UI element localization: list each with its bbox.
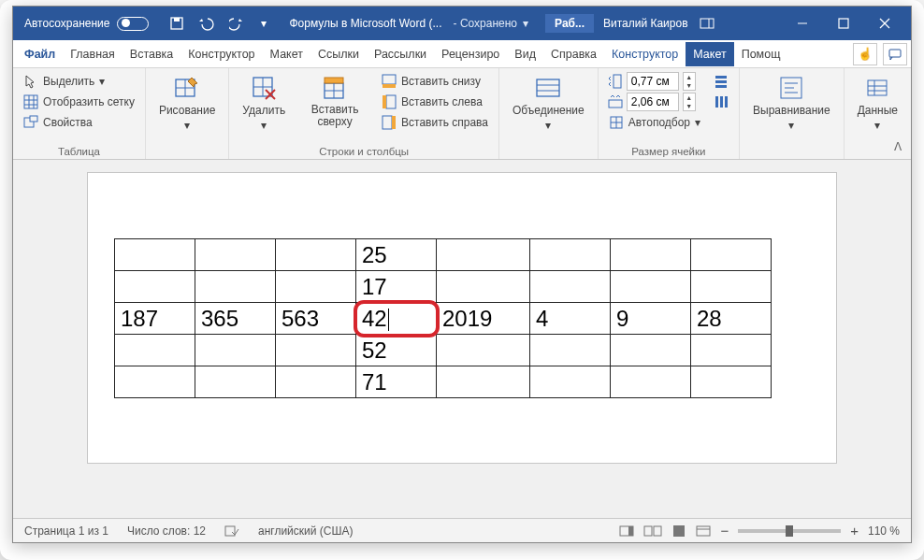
table-cell[interactable] (530, 271, 611, 303)
undo-icon[interactable] (197, 16, 216, 31)
table-cell[interactable]: 2019 (437, 303, 530, 335)
collapse-ribbon-icon[interactable]: ᐱ (894, 140, 902, 153)
table-cell[interactable] (276, 366, 356, 398)
table-cell[interactable] (115, 366, 195, 398)
autosave-toggle[interactable] (117, 17, 149, 31)
draw-button[interactable]: Рисование▾ (155, 72, 219, 134)
table-cell[interactable]: 42 (356, 303, 437, 335)
table-cell[interactable]: 25 (356, 239, 437, 271)
word-table[interactable]: 251718736556342201949285271 (114, 238, 772, 398)
spellcheck-icon[interactable] (224, 524, 239, 538)
table-cell[interactable] (195, 335, 276, 366)
col-width-input[interactable] (627, 93, 679, 111)
menu-table-design[interactable]: Конструктор (604, 42, 686, 66)
filename-tab[interactable]: Раб... (545, 14, 594, 33)
table-cell[interactable]: 28 (691, 303, 772, 335)
table-cell[interactable] (115, 271, 195, 303)
table-cell[interactable]: 365 (195, 303, 276, 335)
status-language[interactable]: английский (США) (258, 524, 353, 538)
maximize-button[interactable] (823, 7, 864, 40)
table-cell[interactable] (437, 366, 530, 398)
table-cell[interactable] (691, 239, 772, 271)
table-cell[interactable] (530, 335, 611, 366)
menu-table-layout[interactable]: Макет (686, 42, 733, 66)
table-cell[interactable] (530, 239, 611, 271)
row-height-control[interactable]: ▲▼ (608, 72, 701, 91)
comments-button[interactable] (883, 43, 907, 65)
title-dropdown-icon[interactable]: ▾ (523, 17, 528, 30)
table-cell[interactable] (276, 239, 356, 271)
zoom-out-button[interactable]: − (720, 523, 729, 538)
qat-dropdown-icon[interactable]: ▾ (261, 17, 267, 30)
merge-button[interactable]: Объединение▾ (509, 72, 588, 134)
close-button[interactable] (864, 7, 905, 40)
col-width-control[interactable]: ▲▼ (608, 93, 701, 111)
zoom-slider[interactable] (738, 529, 841, 533)
menu-review[interactable]: Рецензиро (434, 42, 507, 66)
table-cell[interactable] (115, 239, 195, 271)
distribute-rows-button[interactable] (713, 72, 729, 91)
table-cell[interactable] (611, 335, 691, 366)
focus-mode-icon[interactable] (619, 524, 634, 538)
gridlines-button[interactable]: Отобразить сетку (22, 93, 136, 111)
table-cell[interactable] (195, 239, 276, 271)
status-page[interactable]: Страница 1 из 1 (24, 524, 108, 538)
row-height-input[interactable] (627, 72, 679, 91)
data-button[interactable]: Данные▾ (854, 72, 902, 134)
menu-mailings[interactable]: Рассылки (367, 42, 434, 66)
table-cell[interactable] (195, 271, 276, 303)
table-cell[interactable] (691, 335, 772, 366)
table-cell[interactable] (195, 366, 276, 398)
table-cell[interactable] (691, 271, 772, 303)
page[interactable]: 251718736556342201949285271 (88, 173, 836, 463)
status-words[interactable]: Число слов: 12 (127, 524, 206, 538)
table-cell[interactable]: 71 (356, 366, 437, 398)
menu-insert[interactable]: Вставка (123, 42, 180, 66)
insert-left-button[interactable]: Вставить слева (381, 93, 489, 111)
table-cell[interactable] (611, 271, 691, 303)
table-cell[interactable] (115, 335, 195, 366)
menu-layout[interactable]: Макет (263, 42, 310, 66)
insert-right-button[interactable]: Вставить справа (381, 113, 489, 132)
menu-help[interactable]: Справка (543, 42, 604, 66)
table-cell[interactable] (437, 335, 530, 366)
menu-tell-me[interactable]: Помощ (734, 42, 788, 66)
menu-file[interactable]: Файл (17, 42, 63, 66)
insert-above-button[interactable]: Вставить сверху (295, 72, 375, 130)
read-mode-icon[interactable] (643, 524, 662, 538)
menu-view[interactable]: Вид (507, 42, 543, 66)
menu-home[interactable]: Главная (63, 42, 123, 66)
table-cell[interactable] (276, 335, 356, 366)
table-cell[interactable]: 4 (530, 303, 611, 335)
alignment-button[interactable]: Выравнивание▾ (749, 72, 834, 134)
table-cell[interactable] (691, 366, 772, 398)
properties-button[interactable]: Свойства (22, 113, 136, 132)
autofit-button[interactable]: Автоподбор ▾ (608, 113, 701, 132)
table-cell[interactable]: 187 (115, 303, 195, 335)
table-cell[interactable]: 52 (356, 335, 437, 366)
web-layout-icon[interactable] (696, 524, 711, 538)
menu-references[interactable]: Ссылки (310, 42, 367, 66)
table-cell[interactable]: 9 (611, 303, 691, 335)
zoom-value[interactable]: 110 % (868, 524, 900, 538)
delete-button[interactable]: Удалить▾ (238, 72, 289, 134)
zoom-in-button[interactable]: + (850, 523, 859, 538)
table-cell[interactable] (611, 366, 691, 398)
menu-design[interactable]: Конструктор (180, 42, 262, 66)
table-cell[interactable] (276, 271, 356, 303)
table-cell[interactable]: 563 (276, 303, 356, 335)
table-cell[interactable] (437, 271, 530, 303)
distribute-cols-button[interactable] (713, 93, 729, 111)
insert-below-button[interactable]: Вставить снизу (381, 72, 489, 91)
height-spinner[interactable]: ▲▼ (683, 72, 696, 91)
redo-icon[interactable] (229, 16, 248, 31)
save-icon[interactable] (169, 16, 184, 31)
table-cell[interactable] (530, 366, 611, 398)
print-layout-icon[interactable] (671, 524, 686, 538)
table-cell[interactable] (611, 239, 691, 271)
table-cell[interactable]: 17 (356, 271, 437, 303)
share-button[interactable]: ☝ (853, 43, 877, 65)
user-panel-icon[interactable] (700, 18, 715, 29)
table-cell[interactable] (437, 239, 530, 271)
width-spinner[interactable]: ▲▼ (683, 93, 696, 111)
